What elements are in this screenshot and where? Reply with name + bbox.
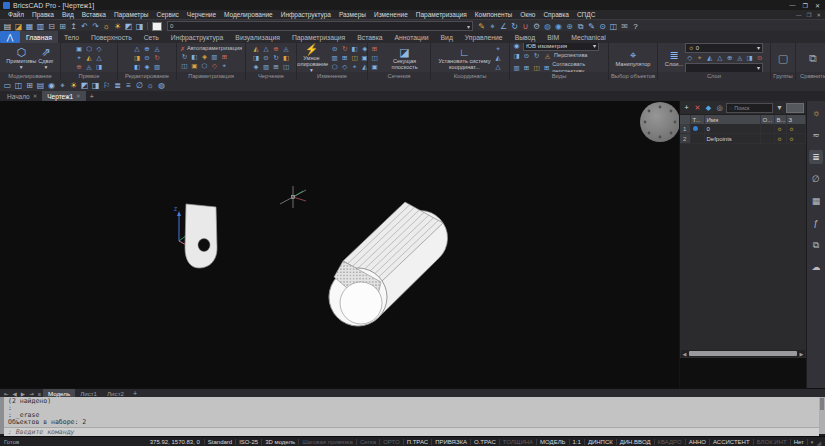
tool-icon[interactable]: ◬ (85, 63, 94, 71)
toolbar-icon[interactable]: ≡ (123, 80, 134, 91)
next-layout-icon[interactable]: ▶ (19, 391, 27, 397)
layer-freeze-icon[interactable]: ☼ (789, 125, 795, 132)
tool-icon[interactable]: ⌖ (350, 63, 359, 71)
tool-icon[interactable]: ↻ (272, 54, 281, 62)
toolbar-icon[interactable]: ✉ (619, 21, 630, 32)
toolbar-icon[interactable]: ⊞ (57, 21, 68, 32)
tool-icon[interactable]: ⬡ (200, 62, 209, 70)
status-toggle[interactable]: ISO-25 (236, 439, 262, 445)
toolbar-icon[interactable]: ∪ (520, 21, 531, 32)
compare-button[interactable]: ⧉ (809, 52, 817, 64)
menu-item[interactable]: Сервис (153, 11, 183, 18)
find-layer-icon[interactable]: ◎ (715, 104, 724, 112)
menu-item[interactable]: Файл (4, 11, 28, 18)
toolbar-icon[interactable]: ↷ (90, 21, 101, 32)
ribbon-tab[interactable]: Сеть (138, 31, 165, 43)
menu-item[interactable]: Вставка (78, 11, 110, 18)
tool-icon[interactable]: ⊙ (522, 52, 531, 60)
last-layout-icon[interactable]: ⇥ (27, 391, 36, 397)
toolbar-icon[interactable]: ✎ (586, 21, 597, 32)
tool-icon[interactable]: ⊞ (272, 63, 281, 71)
tool-icon[interactable]: ⊙ (262, 54, 271, 62)
tool-icon[interactable]: ⊞ (522, 64, 531, 72)
tool-icon[interactable]: ◨ (745, 54, 754, 62)
dock-icon[interactable]: ≂ (809, 128, 823, 142)
command-scrollbar[interactable] (819, 397, 825, 434)
dock-icon[interactable]: ☼ (809, 106, 823, 120)
tool-icon[interactable]: ◨ (252, 54, 261, 62)
tool-icon[interactable]: ◫ (350, 54, 359, 62)
toolbar-icon[interactable]: ⊕ (564, 21, 575, 32)
ribbon-tab[interactable]: Поверхность (85, 31, 138, 43)
ribbon-tab[interactable]: Тело (58, 31, 85, 43)
tool-icon[interactable]: ▥ (210, 53, 219, 61)
tool-icon[interactable]: ◭ (494, 54, 503, 62)
sweep-button[interactable]: ⇗ Сдвиг▾ (38, 46, 53, 70)
close-button[interactable]: ✕ (815, 2, 820, 9)
toolbar-icon[interactable]: ◨ (90, 80, 101, 91)
toolbar-icon[interactable]: ⊞ (24, 80, 35, 91)
toolbar-icon[interactable]: ◍ (542, 21, 553, 32)
toolbar-icon[interactable]: ◍ (156, 80, 167, 91)
status-toggle[interactable]: П.ТРАС (404, 439, 432, 445)
new-tab-button[interactable]: + (86, 93, 98, 100)
table-row[interactable]: 2 Defpoints ☼ ☼ (680, 134, 806, 144)
toolbar-icon[interactable]: ≣ (112, 80, 123, 91)
ribbon-tab[interactable]: Управление (459, 31, 509, 43)
toolbar-icon[interactable]: ☀ (112, 21, 123, 32)
tool-icon[interactable]: ⊞ (370, 45, 379, 53)
dock-icon[interactable]: ⧉ (809, 238, 823, 252)
tool-icon[interactable]: ⌖ (75, 54, 84, 62)
new-layout-button[interactable]: + (129, 390, 141, 397)
dock-icon[interactable]: ƒ (809, 216, 823, 230)
toolbar-icon[interactable]: ▥ (35, 21, 46, 32)
layers-button[interactable]: ≣ Слои... (665, 49, 683, 67)
menu-item[interactable]: СПДС (573, 11, 599, 18)
tool-icon[interactable]: ◫ (282, 63, 291, 71)
menu-item[interactable]: Вид (58, 11, 78, 18)
status-toggle[interactable]: ТОЛЩИНА (500, 439, 537, 445)
table-row[interactable]: 1 0 ☼ ☼ (680, 124, 806, 134)
ribbon-tab[interactable]: Mechanical (565, 31, 611, 43)
toolbar-icon[interactable]: ◩ (79, 80, 90, 91)
status-toggle[interactable]: АННО (686, 439, 710, 445)
toolbar-icon[interactable]: ⌖ (57, 80, 68, 91)
tool-icon[interactable]: ◭ (85, 54, 94, 62)
eye-icon[interactable]: ◉ (512, 43, 521, 50)
toolbar-icon[interactable]: ▭ (2, 80, 13, 91)
tool-icon[interactable]: ⊙ (330, 45, 339, 53)
tool-icon[interactable]: ◭ (360, 63, 367, 71)
layers-horizontal-scrollbar[interactable]: ◀ ▶ (681, 350, 805, 357)
tool-icon[interactable]: ⊞ (220, 53, 229, 61)
tool-icon[interactable]: △ (133, 45, 142, 53)
toolbar-icon[interactable]: ▤ (2, 21, 13, 32)
toolbar-icon[interactable]: ↶ (79, 21, 90, 32)
tool-icon[interactable]: △ (494, 63, 503, 71)
toolbar-icon[interactable]: ◉ (46, 80, 57, 91)
menu-item[interactable]: Инфраструктура (277, 11, 335, 18)
ribbon-tab[interactable]: Вставка (351, 31, 388, 43)
menu-item[interactable]: Моделирование (220, 11, 277, 18)
tool-icon[interactable]: ▣ (360, 54, 367, 62)
document-tab[interactable]: Начало ✕ (2, 91, 42, 101)
layers-column-header[interactable]: Т... (690, 115, 704, 124)
menu-item[interactable]: Черчение (183, 11, 220, 18)
delete-layer-icon[interactable]: ✕ (693, 104, 702, 112)
tool-icon[interactable]: ⊕ (272, 45, 281, 53)
status-toggle[interactable]: 3D модель (262, 439, 299, 445)
scrollbar-thumb[interactable] (689, 351, 797, 356)
tool-icon[interactable]: ▥ (330, 54, 339, 62)
toolbar-icon[interactable]: ⚐ (101, 80, 112, 91)
menu-item[interactable]: Параметры (110, 11, 153, 18)
status-toggle[interactable]: ОРТО (380, 439, 403, 445)
tool-icon[interactable]: ▣ (75, 45, 84, 53)
menu-item[interactable]: Параметризация (412, 11, 471, 18)
layer-freeze-icon[interactable]: ☼ (789, 135, 795, 142)
toolbar-icon[interactable]: ☼ (101, 21, 112, 32)
tool-icon[interactable]: ◇ (95, 45, 104, 53)
tool-icon[interactable]: ⊕ (143, 45, 152, 53)
smart-copy-button[interactable]: ⚡ Умное копирование▾ (297, 43, 328, 72)
primitives-button[interactable]: ⬡ Примитивы▾ (6, 46, 36, 70)
layer-state-combo[interactable]: ▾ (685, 63, 763, 73)
tool-icon[interactable]: ↻ (532, 52, 541, 60)
